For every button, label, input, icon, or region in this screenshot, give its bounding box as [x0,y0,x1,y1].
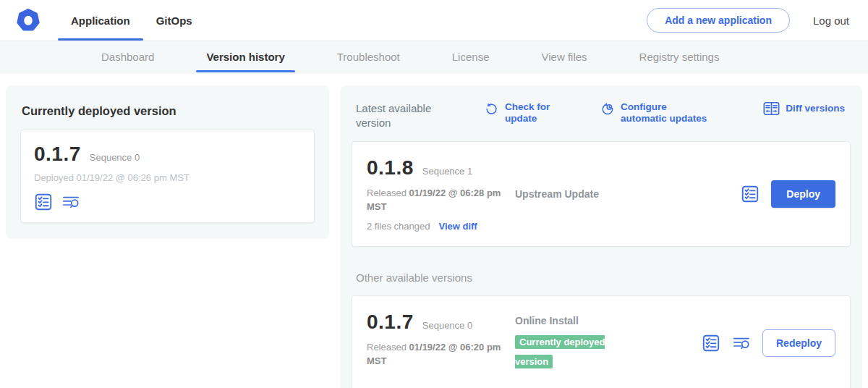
currently-deployed-card: 0.1.7 Sequence 0 Deployed 01/19/22 @ 06:… [20,130,315,223]
refresh-icon [485,102,499,117]
view-diff-link[interactable]: View diff [438,221,477,232]
subnav-item-dashboard[interactable]: Dashboard [85,41,170,72]
available-versions-header: Latest available version Check for updat… [352,97,851,130]
other-version-card: 0.1.7 Sequence 0 Released 01/19/22 @ 06:… [352,295,851,388]
other-version-source-block: Online Install Currently deployed versio… [515,315,618,371]
view-config-icon[interactable] [741,185,760,203]
currently-deployed-badge: Currently deployed version [515,335,605,368]
subnav-license-label: License [452,51,490,63]
files-changed-row: 2 files changed View diff [367,221,515,232]
other-available-versions-title: Other available versions [356,271,851,284]
tab-application[interactable]: Application [58,0,143,41]
other-version-number: 0.1.7 [367,311,414,334]
available-versions-panel: Latest available version Check for updat… [340,85,862,388]
view-config-icon[interactable] [702,334,720,353]
version-row: 0.1.7 Sequence 0 [34,143,301,166]
subnav-item-license[interactable]: License [436,41,506,72]
current-version-actions [34,193,301,211]
other-sequence-label: Sequence 0 [422,320,472,331]
subnav-item-registry-settings[interactable]: Registry settings [624,41,736,72]
currently-deployed-badge-wrap: Currently deployed version [515,332,618,371]
latest-version-number: 0.1.8 [367,156,414,180]
redeploy-button[interactable]: Redeploy [762,329,835,357]
tab-application-label: Application [71,14,130,27]
latest-version-source: Upstream Update [515,188,599,200]
configure-automatic-updates-label: Configure automatic updates [621,101,715,125]
diff-versions-label: Diff versions [786,103,845,114]
configure-automatic-updates-link[interactable]: Configure automatic updates [600,101,715,125]
tab-gitops-label: GitOps [156,14,192,27]
view-logs-icon[interactable] [61,193,80,211]
latest-version-info: 0.1.8 Sequence 1 Released 01/19/22 @ 06:… [367,156,515,232]
other-version-source: Online Install [515,315,618,326]
subnav-item-version-history[interactable]: Version history [190,41,300,72]
subnav-version-history-label: Version history [206,51,284,63]
subnav-dashboard-label: Dashboard [101,51,154,63]
subnav-item-troubleshoot[interactable]: Troubleshoot [321,41,416,72]
subnav-registry-settings-label: Registry settings [639,51,720,63]
diff-versions-link[interactable]: Diff versions [763,101,845,116]
deploy-button[interactable]: Deploy [771,180,835,208]
current-version-number: 0.1.7 [34,143,81,166]
latest-sequence-label: Sequence 1 [422,166,472,177]
latest-version-card: 0.1.8 Sequence 1 Released 01/19/22 @ 06:… [352,141,851,247]
subnav-view-files-label: View files [541,51,587,63]
other-version-actions: Redeploy [702,311,835,376]
app-logo-icon [16,8,41,33]
view-logs-icon[interactable] [732,334,751,353]
header-tabs: Application GitOps [58,0,205,41]
check-for-update-label: Check for update [505,101,556,125]
current-sequence-label: Sequence 0 [90,152,140,163]
released-prefix: Released [367,187,407,198]
version-row: 0.1.7 Sequence 0 [367,311,515,334]
view-config-icon[interactable] [34,193,53,211]
latest-available-title: Latest available version [356,101,451,130]
deployed-timestamp: Deployed 01/19/22 @ 06:26 pm MST [34,172,301,183]
subnav-troubleshoot-label: Troubleshoot [337,51,400,63]
released-prefix: Released [367,342,407,353]
add-new-application-button[interactable]: Add a new application [647,8,790,33]
currently-deployed-title: Currently deployed version [22,104,315,118]
version-history-content: Currently deployed version 0.1.7 Sequenc… [0,72,868,388]
app-subnav: Dashboard Version history Troubleshoot L… [0,41,868,72]
logout-link[interactable]: Log out [813,14,849,27]
top-header: Application GitOps Add a new application… [0,0,868,41]
other-version-info: 0.1.7 Sequence 0 Released 01/19/22 @ 06:… [367,311,515,376]
files-changed-label: 2 files changed [367,221,430,232]
diff-icon [763,101,780,116]
latest-version-actions: Deploy [741,156,835,232]
auto-update-icon [600,102,615,117]
check-for-update-link[interactable]: Check for update [485,101,556,125]
version-row: 0.1.8 Sequence 1 [367,156,515,180]
currently-deployed-panel: Currently deployed version 0.1.7 Sequenc… [6,85,329,239]
tab-gitops[interactable]: GitOps [143,0,205,41]
released-timestamp: Released 01/19/22 @ 06:20 pm MST [367,341,511,368]
subnav-item-view-files[interactable]: View files [525,41,603,72]
released-timestamp: Released 01/19/22 @ 06:28 pm MST [367,187,511,214]
